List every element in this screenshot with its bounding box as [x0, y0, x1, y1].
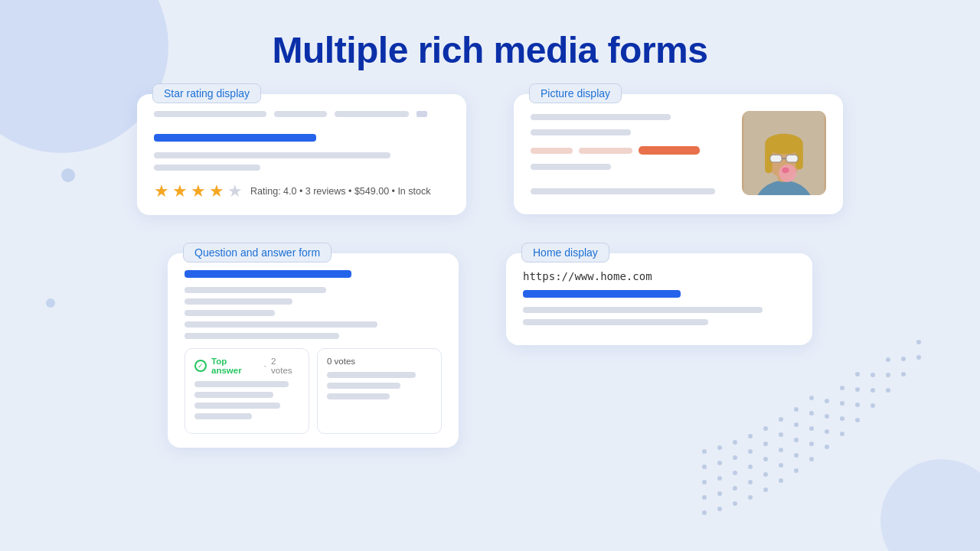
- ph-line: [154, 165, 260, 171]
- svg-point-47: [763, 442, 768, 446]
- svg-point-7: [809, 457, 814, 461]
- svg-point-44: [717, 461, 722, 465]
- svg-point-40: [855, 387, 860, 392]
- svg-point-9: [840, 432, 844, 436]
- star-4: ★: [209, 181, 224, 201]
- svg-point-21: [794, 453, 799, 458]
- ph-line: [154, 152, 390, 158]
- svg-point-28: [901, 357, 906, 361]
- star-rating-card-wrapper: Star rating display ★ ★ ★ ★ ★ Rating: 4.…: [137, 94, 466, 215]
- ph-dropdown: [416, 111, 427, 117]
- svg-point-58: [763, 426, 768, 431]
- ph-line: [531, 114, 671, 120]
- star-1: ★: [154, 181, 169, 201]
- svg-point-5: [779, 478, 783, 483]
- picture-card-content: [531, 111, 731, 201]
- picture-card-image: [742, 111, 826, 195]
- qa-top-answer-header: ✓ Top answer · 2 votes: [194, 357, 299, 375]
- ph-pill: [531, 148, 573, 154]
- star-rating-card: ★ ★ ★ ★ ★ Rating: 4.0 • 3 reviews • $549…: [137, 94, 466, 215]
- ph-line: [531, 188, 715, 194]
- svg-point-52: [840, 386, 844, 390]
- svg-point-14: [916, 355, 921, 360]
- star-rating-row: ★ ★ ★ ★ ★ Rating: 4.0 • 3 reviews • $549…: [154, 181, 449, 201]
- svg-point-54: [702, 449, 707, 454]
- svg-point-33: [748, 465, 753, 469]
- star-2: ★: [172, 181, 188, 201]
- ph-line: [194, 392, 273, 398]
- top-cards-row: Star rating display ★ ★ ★ ★ ★ Rating: 4.…: [0, 86, 980, 223]
- star-card-progress: [154, 134, 316, 142]
- picture-display-label: Picture display: [529, 83, 622, 103]
- svg-point-12: [886, 388, 890, 393]
- qa-second-answer-box: 0 votes: [317, 348, 442, 434]
- top-answer-badge: Top answer: [211, 357, 260, 375]
- svg-point-20: [779, 463, 783, 468]
- svg-rect-69: [770, 155, 782, 162]
- svg-point-49: [794, 422, 799, 427]
- svg-point-35: [779, 448, 783, 452]
- ph-pill: [579, 148, 632, 154]
- svg-point-13: [901, 372, 906, 377]
- svg-point-10: [855, 418, 860, 422]
- person-photo-svg: [742, 111, 826, 195]
- svg-point-6: [794, 468, 799, 473]
- svg-point-23: [825, 429, 829, 434]
- ph-line: [327, 393, 390, 399]
- svg-point-73: [782, 168, 789, 174]
- svg-point-72: [779, 165, 796, 182]
- bg-spiral-pattern: [689, 329, 934, 528]
- svg-point-55: [717, 445, 722, 450]
- svg-point-3: [748, 495, 753, 500]
- ph-line: [327, 383, 400, 389]
- svg-point-38: [825, 414, 829, 419]
- svg-point-57: [748, 434, 753, 439]
- bg-decoration-circle-3: [61, 168, 75, 182]
- svg-point-8: [825, 445, 829, 449]
- svg-point-56: [733, 440, 737, 445]
- star-card-top-bar: [154, 111, 449, 123]
- ph-line: [194, 403, 280, 409]
- svg-point-60: [794, 407, 799, 412]
- svg-point-36: [794, 438, 799, 442]
- svg-point-29: [916, 340, 921, 344]
- ph-line: [185, 310, 275, 316]
- ph-line: [185, 321, 377, 328]
- picture-display-card-wrapper: Picture display: [514, 94, 843, 215]
- star-meta-text: Rating: 4.0 • 3 reviews • $549.00 • In s…: [250, 186, 430, 197]
- qa-card-wrapper: Question and answer form ✓ Top answer · …: [168, 253, 459, 448]
- qa-top-answer-box: ✓ Top answer · 2 votes: [185, 348, 309, 434]
- svg-point-27: [886, 373, 890, 377]
- star-5-empty: ★: [227, 181, 243, 201]
- svg-point-45: [733, 455, 737, 460]
- star-rating-label: Star rating display: [152, 83, 261, 103]
- svg-point-22: [809, 442, 814, 446]
- svg-point-0: [702, 510, 707, 515]
- star-3: ★: [191, 181, 206, 201]
- qa-card-label: Question and answer form: [183, 243, 332, 262]
- svg-point-41: [871, 373, 875, 377]
- second-answer-votes: 0 votes: [327, 357, 432, 366]
- svg-point-24: [840, 416, 844, 421]
- ph-line: [327, 372, 416, 378]
- ph-line: [523, 307, 763, 313]
- svg-point-37: [809, 426, 814, 431]
- check-circle-icon: ✓: [194, 360, 207, 372]
- svg-point-31: [717, 476, 722, 481]
- svg-point-34: [763, 457, 768, 461]
- svg-point-15: [702, 495, 707, 500]
- ph-line: [185, 298, 292, 305]
- svg-point-11: [871, 403, 875, 408]
- ph-line: [531, 164, 611, 170]
- svg-point-26: [871, 388, 875, 393]
- ph-line: [194, 381, 289, 387]
- qa-card: ✓ Top answer · 2 votes 0 votes: [168, 253, 459, 448]
- orange-button-pill: [639, 146, 700, 155]
- top-answer-votes: ·: [264, 361, 266, 370]
- svg-point-43: [702, 465, 707, 469]
- ph-line: [185, 333, 339, 339]
- svg-rect-70: [786, 155, 798, 162]
- svg-point-42: [886, 357, 890, 362]
- qa-answers-row: ✓ Top answer · 2 votes 0 votes: [185, 348, 442, 434]
- ph-line: [531, 129, 631, 135]
